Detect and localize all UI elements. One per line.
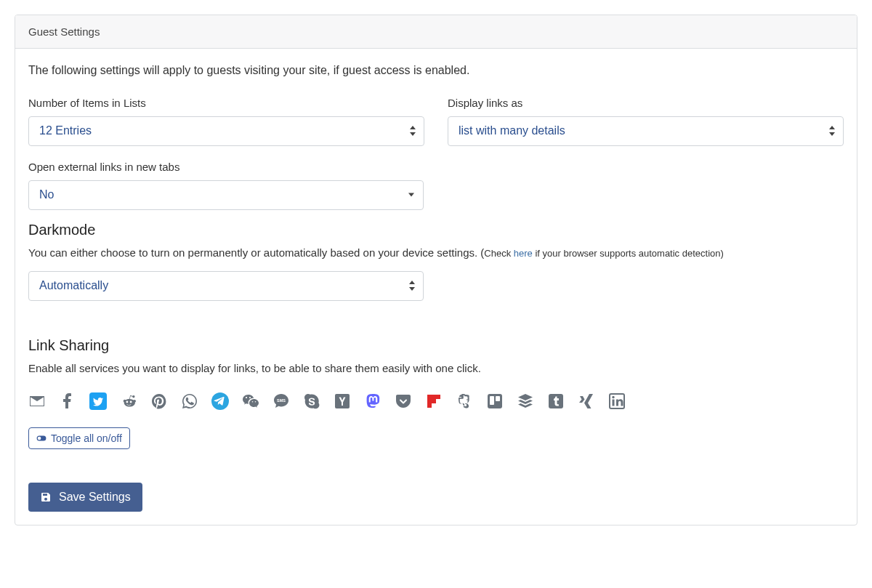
sms-icon[interactable]: SMS	[272, 392, 290, 410]
updown-icon	[409, 126, 416, 136]
save-button[interactable]: Save Settings	[28, 483, 142, 512]
sharing-heading: Link Sharing	[28, 336, 844, 355]
darkmode-check-link[interactable]: here	[514, 248, 533, 259]
updown-icon	[408, 281, 416, 291]
links-value: list with many details	[459, 124, 565, 137]
twitter-icon[interactable]	[89, 392, 107, 410]
darkmode-heading: Darkmode	[28, 220, 844, 239]
svg-text:SMS: SMS	[277, 398, 286, 403]
links-col: Display links as list with many details	[448, 95, 844, 146]
tumblr-icon[interactable]	[547, 392, 565, 410]
card-body: The following settings will apply to gue…	[15, 49, 857, 525]
darkmode-select[interactable]: Automatically	[28, 271, 424, 301]
save-label: Save Settings	[59, 491, 131, 503]
darkmode-value: Automatically	[39, 279, 108, 291]
xing-icon[interactable]	[578, 392, 595, 410]
whatsapp-icon[interactable]	[181, 392, 198, 410]
intro-text: The following settings will apply to gue…	[28, 62, 844, 79]
trello-icon[interactable]	[486, 392, 504, 410]
flipboard-icon[interactable]	[425, 392, 443, 410]
svg-rect-6	[496, 396, 500, 401]
buffer-icon[interactable]	[517, 392, 534, 410]
skype-icon[interactable]	[303, 392, 320, 410]
darkmode-desc: You can either choose to turn on permane…	[28, 245, 844, 262]
email-icon[interactable]	[28, 392, 46, 410]
links-select[interactable]: list with many details	[448, 116, 844, 146]
items-value: 12 Entries	[39, 124, 92, 137]
pocket-icon[interactable]	[395, 392, 412, 410]
items-col: Number of Items in Lists 12 Entries	[28, 95, 424, 146]
linkedin-icon[interactable]	[608, 392, 626, 410]
facebook-icon[interactable]	[59, 392, 76, 410]
telegram-icon[interactable]	[211, 392, 229, 410]
svg-rect-9	[613, 400, 615, 406]
card-title: Guest Settings	[28, 25, 100, 38]
svg-rect-5	[490, 396, 494, 405]
newtab-field: Open external links in new tabs No	[28, 159, 844, 210]
caret-down-icon	[408, 193, 414, 197]
save-icon	[40, 491, 52, 503]
newtab-label: Open external links in new tabs	[28, 159, 844, 174]
darkmode-desc-a: You can either choose to turn on permane…	[28, 246, 484, 259]
sharing-desc: Enable all services you want to display …	[28, 361, 844, 377]
items-select[interactable]: 12 Entries	[28, 116, 424, 146]
newtab-select[interactable]: No	[28, 180, 424, 210]
darkmode-desc-check: Check	[484, 248, 513, 259]
newtab-value: No	[39, 188, 54, 201]
evernote-icon[interactable]	[456, 392, 473, 410]
toggle-all-label: Toggle all on/off	[51, 433, 122, 443]
darkmode-desc-b: if your browser supports automatic detec…	[533, 248, 724, 259]
wechat-icon[interactable]	[242, 392, 259, 410]
toggle-icon	[36, 433, 47, 443]
pinterest-icon[interactable]	[150, 392, 168, 410]
updown-icon	[828, 126, 836, 136]
toggle-all-button[interactable]: Toggle all on/off	[28, 427, 130, 449]
mastodon-icon[interactable]	[364, 392, 382, 410]
hackernews-icon[interactable]	[334, 392, 351, 410]
guest-settings-card: Guest Settings The following settings wi…	[15, 15, 857, 525]
links-label: Display links as	[448, 95, 844, 110]
settings-row-1: Number of Items in Lists 12 Entries Disp…	[28, 95, 844, 146]
svg-point-10	[612, 396, 614, 398]
items-label: Number of Items in Lists	[28, 95, 424, 110]
share-icon-row: SMS	[28, 392, 844, 410]
reddit-icon[interactable]	[120, 392, 137, 410]
card-header: Guest Settings	[15, 15, 857, 49]
